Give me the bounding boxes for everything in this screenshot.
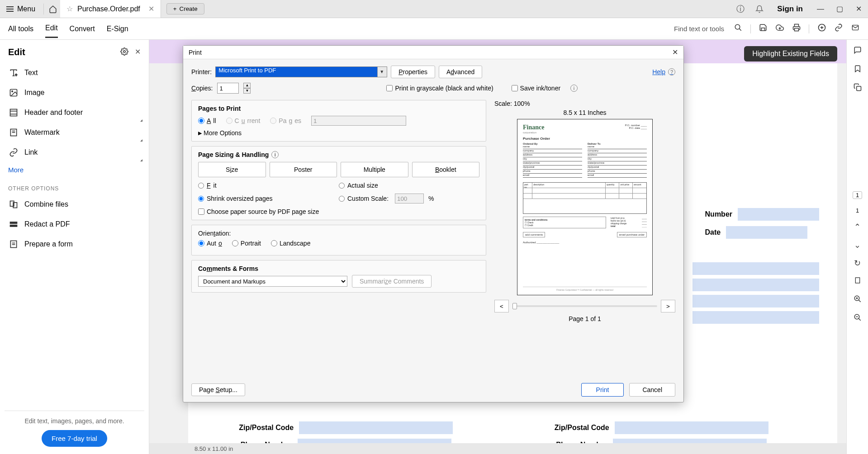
spinner-down-icon[interactable]: ▼ (243, 88, 251, 94)
comments-panel: Comments & Forms Document and Markups Su… (191, 260, 486, 293)
print-button[interactable]: Print (581, 383, 624, 397)
page-sizing-panel: Page Sizing & Handling i Size Poster Mul… (191, 146, 486, 220)
size-button-multiple[interactable]: Multiple (341, 162, 408, 177)
panel-title: Pages to Print (198, 105, 479, 112)
comments-select[interactable]: Document and Markups (198, 276, 347, 287)
chevron-down-icon: ▼ (379, 69, 384, 74)
more-options-toggle[interactable]: ▶ More Options (198, 129, 479, 137)
radio-fit[interactable]: Fit (198, 182, 339, 189)
pages-to-print-panel: Pages to Print All Current Pages ▶ More … (191, 100, 486, 142)
dialog-title: Print (189, 49, 202, 56)
radio-actual[interactable]: Actual size (339, 182, 479, 189)
radio-shrink[interactable]: Shrink oversized pages (198, 194, 339, 203)
dialog-close-icon[interactable]: ✕ (672, 48, 678, 57)
pages-input[interactable] (311, 116, 406, 126)
properties-button[interactable]: PPropertiesroperties (391, 66, 435, 78)
spinner-up-icon[interactable]: ▲ (243, 83, 251, 88)
preview-logo: Finance (523, 124, 544, 131)
printer-select[interactable]: Microsoft Print to PDF ▼ (215, 66, 387, 77)
triangle-right-icon: ▶ (198, 130, 202, 136)
info-icon[interactable]: i (570, 85, 578, 92)
page-setup-button[interactable]: Page Setup... (191, 383, 245, 396)
size-button-size[interactable]: Size (198, 162, 266, 177)
cancel-button[interactable]: Cancel (629, 383, 675, 397)
radio-pages[interactable]: Pages (270, 117, 301, 124)
copies-label: Copies: (191, 85, 213, 92)
size-button-poster[interactable]: Poster (270, 162, 337, 177)
radio-custom-scale[interactable]: Custom Scale: (339, 195, 389, 202)
panel-title: Comments & Forms (198, 265, 479, 272)
radio-auto[interactable]: Auto (198, 240, 222, 247)
printer-label: Printer: (191, 68, 212, 76)
help-icon: ? (668, 68, 675, 76)
info-icon[interactable]: i (271, 151, 279, 158)
preview-next-button[interactable]: > (661, 300, 675, 312)
preview-logo-sub: corporation (523, 131, 544, 134)
summarize-button[interactable]: Summarize Comments (352, 275, 432, 288)
preview-dimensions: 8.5 x 11 Inches (494, 109, 675, 116)
percent-label: % (428, 195, 434, 202)
preview-scale: Scale: 100% (494, 100, 675, 107)
preview-prev-button[interactable]: < (494, 300, 509, 312)
custom-scale-input[interactable] (395, 194, 424, 203)
copies-input[interactable] (217, 83, 239, 94)
print-dialog: Print ✕ Printer: Microsoft Print to PDF … (183, 45, 684, 402)
help-link[interactable]: Help ? (652, 68, 675, 76)
panel-title: Orientation: (198, 230, 479, 237)
preview-page-info: Page 1 of 1 (494, 315, 675, 322)
radio-portrait[interactable]: Portrait (232, 240, 261, 247)
help-label: Help (652, 68, 665, 76)
grayscale-checkbox[interactable]: Print in grayscale (black and white) (386, 85, 493, 92)
radio-all[interactable]: All (198, 117, 216, 124)
preview-slider[interactable] (512, 305, 657, 307)
printer-value: Microsoft Print to PDF (218, 67, 276, 74)
print-preview: Finance corporation P.O. number ____ P.O… (517, 119, 653, 295)
panel-title: Page Sizing & Handling (198, 151, 269, 158)
size-button-booklet[interactable]: Booklet (412, 162, 480, 177)
orientation-panel: Orientation: Auto Portrait Landscape (191, 225, 486, 255)
slider-thumb[interactable] (512, 303, 517, 309)
radio-landscape[interactable]: Landscape (271, 240, 311, 247)
radio-current[interactable]: Current (226, 117, 261, 124)
advanced-button[interactable]: Advanced (439, 66, 482, 78)
copies-spinner[interactable]: ▲▼ (243, 83, 251, 94)
save-ink-checkbox[interactable]: Save ink/toner (512, 85, 561, 92)
preview-doc-title: Purchase Order (523, 137, 647, 141)
paper-source-checkbox[interactable]: Choose paper source by PDF page size (198, 208, 479, 215)
